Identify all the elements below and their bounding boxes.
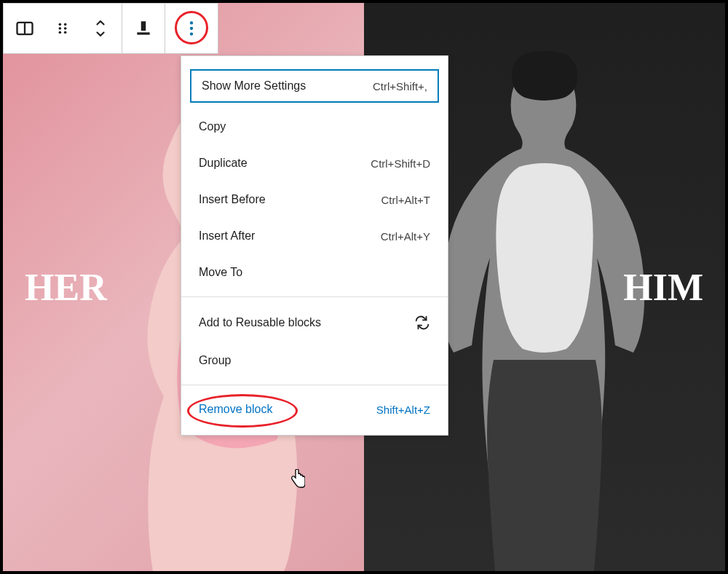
toolbar-more-button[interactable] bbox=[165, 4, 218, 53]
reusable-icon bbox=[414, 315, 430, 331]
editor-canvas: HER HIM bbox=[0, 0, 728, 574]
menu-item-shortcut: Ctrl+Alt+Y bbox=[381, 230, 430, 243]
her-label: HER bbox=[25, 266, 107, 309]
menu-copy[interactable]: Copy bbox=[181, 109, 448, 145]
drag-handle-icon[interactable] bbox=[49, 15, 76, 42]
menu-item-label: Insert After bbox=[199, 229, 255, 243]
svg-point-12 bbox=[190, 32, 193, 35]
menu-item-shortcut: Shift+Alt+Z bbox=[376, 404, 430, 416]
block-options-menu: Show More Settings Ctrl+Shift+, Copy Dup… bbox=[181, 55, 448, 436]
more-vertical-icon bbox=[182, 19, 201, 38]
align-icon[interactable] bbox=[130, 15, 157, 42]
menu-show-more-settings[interactable]: Show More Settings Ctrl+Shift+, bbox=[190, 69, 439, 103]
menu-item-label: Show More Settings bbox=[202, 79, 306, 93]
him-label: HIM bbox=[623, 266, 703, 309]
svg-rect-8 bbox=[141, 21, 146, 31]
svg-point-5 bbox=[64, 27, 67, 30]
menu-item-label: Group bbox=[199, 354, 231, 367]
svg-point-4 bbox=[59, 27, 62, 30]
svg-point-10 bbox=[190, 21, 193, 24]
menu-duplicate[interactable]: Duplicate Ctrl+Shift+D bbox=[181, 145, 448, 181]
menu-add-reusable[interactable]: Add to Reusable blocks bbox=[181, 303, 448, 342]
menu-item-label: Move To bbox=[199, 266, 242, 279]
svg-point-11 bbox=[190, 27, 193, 30]
menu-item-shortcut: Ctrl+Shift+, bbox=[373, 80, 427, 93]
menu-item-label: Insert Before bbox=[199, 193, 266, 206]
move-up-down-icon[interactable] bbox=[87, 15, 114, 42]
menu-item-shortcut: Ctrl+Alt+T bbox=[381, 194, 430, 206]
menu-item-label: Copy bbox=[199, 120, 226, 133]
menu-insert-after[interactable]: Insert After Ctrl+Alt+Y bbox=[181, 218, 448, 254]
svg-rect-9 bbox=[137, 32, 149, 34]
menu-item-shortcut: Ctrl+Shift+D bbox=[371, 157, 430, 170]
menu-separator bbox=[181, 296, 448, 297]
toolbar-group-block bbox=[4, 4, 122, 53]
toolbar-group-align bbox=[122, 4, 165, 53]
columns-block-icon[interactable] bbox=[11, 15, 39, 42]
svg-point-7 bbox=[64, 31, 67, 34]
him-figure bbox=[417, 47, 672, 571]
svg-point-3 bbox=[64, 23, 67, 26]
menu-separator bbox=[181, 385, 448, 385]
svg-point-6 bbox=[59, 31, 62, 34]
menu-item-label: Add to Reusable blocks bbox=[199, 316, 321, 329]
svg-point-2 bbox=[59, 23, 62, 26]
menu-remove-block[interactable]: Remove block Shift+Alt+Z bbox=[181, 391, 448, 428]
block-toolbar bbox=[3, 3, 218, 54]
menu-move-to[interactable]: Move To bbox=[181, 254, 448, 291]
menu-group[interactable]: Group bbox=[181, 342, 448, 379]
menu-insert-before[interactable]: Insert Before Ctrl+Alt+T bbox=[181, 181, 448, 218]
menu-item-label: Remove block bbox=[199, 403, 272, 416]
menu-item-label: Duplicate bbox=[199, 157, 248, 170]
